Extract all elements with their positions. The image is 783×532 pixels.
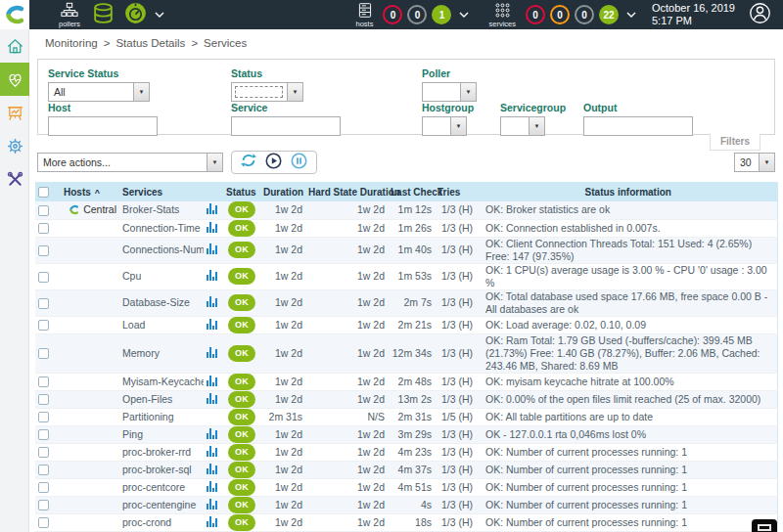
sidebar-item-configuration[interactable]: [0, 129, 29, 162]
graph-icon[interactable]: [207, 392, 217, 404]
services-chevron-icon[interactable]: [626, 11, 636, 19]
user-menu[interactable]: [749, 2, 771, 28]
hosts-menu[interactable]: hosts: [356, 2, 374, 28]
hosts-counter-down[interactable]: 0: [383, 5, 402, 24]
row-checkbox[interactable]: [38, 223, 49, 234]
column-header-services[interactable]: Services: [119, 182, 204, 201]
resume-button[interactable]: [265, 153, 282, 173]
row-checkbox[interactable]: [38, 377, 49, 387]
graph-icon[interactable]: [207, 269, 217, 281]
output-input[interactable]: [583, 116, 693, 136]
column-header-tries[interactable]: Tries: [435, 182, 480, 201]
service-link[interactable]: Connection-Time: [122, 222, 201, 234]
row-checkbox[interactable]: [38, 320, 49, 331]
row-checkbox[interactable]: [38, 429, 49, 440]
graph-icon[interactable]: [207, 243, 217, 254]
pollers-menu[interactable]: pollers: [59, 2, 80, 28]
row-checkbox[interactable]: [38, 245, 49, 256]
hostgroup-select[interactable]: ▼: [422, 116, 467, 136]
pause-button[interactable]: [291, 153, 307, 173]
services-counter-unknown[interactable]: 0: [575, 5, 594, 24]
service-link[interactable]: proc-broker-sql: [122, 464, 192, 475]
hosts-counter-up[interactable]: 1: [432, 5, 451, 24]
broker-status-icon[interactable]: [91, 1, 115, 29]
refresh-button[interactable]: [241, 153, 256, 172]
row-checkbox[interactable]: [38, 205, 49, 216]
centreon-logo[interactable]: [0, 0, 29, 29]
column-header-status-information[interactable]: Status information: [480, 182, 777, 201]
service-link[interactable]: proc-centcore: [122, 481, 185, 493]
hard-state-duration-cell: 1w 2d: [305, 390, 388, 408]
row-checkbox[interactable]: [38, 517, 49, 528]
column-header-status[interactable]: Status: [223, 182, 260, 201]
graph-icon[interactable]: [207, 427, 217, 439]
hosts-counter-unreachable[interactable]: 0: [407, 5, 427, 24]
breadcrumb-status-details[interactable]: Status Details: [115, 37, 185, 49]
breadcrumb-monitoring[interactable]: Monitoring: [45, 37, 98, 49]
services-counter-ok[interactable]: 22: [599, 5, 619, 24]
sidebar-item-monitoring[interactable]: [0, 63, 29, 96]
service-input[interactable]: [231, 116, 341, 136]
service-link[interactable]: Connections-Number: [122, 244, 204, 255]
service-link[interactable]: Load: [122, 319, 145, 331]
poller-select[interactable]: ▼: [422, 82, 477, 102]
row-checkbox[interactable]: [38, 500, 49, 510]
service-link[interactable]: Ping: [122, 428, 143, 440]
service-link[interactable]: Broker-Stats: [122, 203, 179, 215]
status-select[interactable]: ▼: [231, 82, 303, 102]
graph-icon[interactable]: [207, 445, 217, 457]
services-counter-warning[interactable]: 0: [550, 5, 570, 24]
graph-icon[interactable]: [207, 375, 217, 386]
filters-tab[interactable]: Filters: [710, 133, 760, 151]
row-checkbox[interactable]: [38, 272, 49, 283]
graph-icon[interactable]: [207, 318, 217, 330]
column-header-duration[interactable]: Duration: [260, 182, 305, 201]
service-status-select[interactable]: All ▼: [48, 82, 150, 102]
pollers-icon: [61, 2, 78, 19]
select-all-checkbox[interactable]: [38, 187, 49, 198]
row-checkbox[interactable]: [38, 465, 49, 475]
service-link[interactable]: Cpu: [122, 270, 141, 282]
service-link[interactable]: proc-crond: [122, 516, 171, 528]
table-row: proc-broker-rrdOK1w 2d1w 2d4m 23s1/3 (H)…: [35, 443, 777, 461]
column-header-hard-state-duration[interactable]: Hard State Duration: [305, 182, 388, 201]
graph-icon[interactable]: [207, 202, 217, 214]
service-link[interactable]: proc-centengine: [122, 499, 196, 510]
servicegroup-select[interactable]: ▼: [500, 116, 545, 136]
services-counters: 00022: [526, 5, 619, 24]
sidebar-item-reporting[interactable]: [0, 96, 29, 129]
breadcrumb-services[interactable]: Services: [204, 37, 247, 49]
host-link[interactable]: Central: [64, 203, 116, 216]
graph-icon[interactable]: [207, 295, 217, 307]
sidebar-item-home[interactable]: [0, 29, 29, 63]
graph-icon[interactable]: [207, 221, 217, 233]
services-counter-critical[interactable]: 0: [526, 5, 545, 24]
column-header-hosts[interactable]: Hosts^: [61, 182, 119, 201]
services-menu[interactable]: services: [488, 2, 516, 28]
row-checkbox[interactable]: [38, 482, 49, 493]
graph-icon[interactable]: [207, 346, 217, 358]
graph-icon[interactable]: [207, 480, 217, 492]
page-size-select[interactable]: 30 ▼: [734, 153, 775, 172]
service-link[interactable]: proc-broker-rrd: [122, 446, 191, 458]
service-link[interactable]: Memory: [122, 347, 160, 359]
hosts-chevron-icon[interactable]: [459, 11, 469, 19]
row-checkbox[interactable]: [38, 447, 49, 458]
column-header-last-check[interactable]: Last Check: [388, 182, 435, 201]
graph-icon[interactable]: [207, 463, 217, 474]
sidebar-item-administration[interactable]: [0, 162, 29, 196]
service-link[interactable]: Myisam-Keycache: [122, 376, 204, 387]
service-link[interactable]: Database-Size: [122, 296, 190, 308]
engine-status-icon[interactable]: [123, 1, 148, 29]
host-input[interactable]: [48, 116, 158, 136]
more-actions-select[interactable]: More actions... ▼: [37, 153, 223, 172]
service-link[interactable]: Open-Files: [122, 393, 172, 405]
graph-icon[interactable]: [207, 515, 217, 527]
graph-icon[interactable]: [207, 498, 217, 510]
row-checkbox[interactable]: [38, 298, 49, 309]
service-link[interactable]: Partitioning: [122, 411, 174, 422]
row-checkbox[interactable]: [38, 412, 49, 422]
row-checkbox[interactable]: [38, 348, 49, 359]
poller-details-chevron-icon[interactable]: [155, 11, 164, 19]
row-checkbox[interactable]: [38, 394, 49, 405]
